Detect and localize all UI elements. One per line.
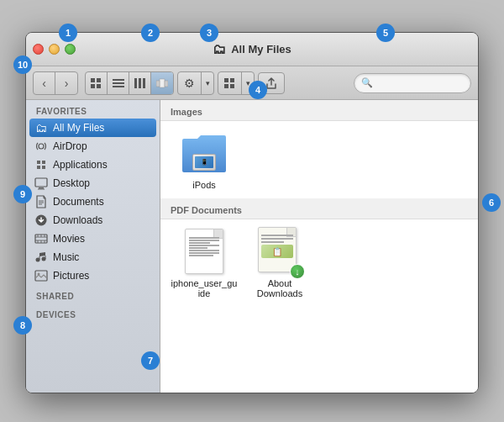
back-button[interactable]: ‹	[34, 72, 55, 94]
callout-1: 1	[59, 24, 77, 42]
airdrop-icon	[34, 140, 48, 153]
all-my-files-label: All My Files	[53, 122, 104, 134]
documents-label: Documents	[53, 196, 104, 208]
favorites-label: FAVORITES	[26, 100, 160, 119]
svg-rect-18	[35, 178, 47, 187]
svg-rect-11	[156, 81, 160, 87]
movies-icon	[34, 232, 48, 245]
about-downloads-label: About Downloads	[246, 278, 313, 298]
svg-rect-5	[113, 82, 124, 84]
ipods-folder-icon: 📱	[181, 129, 228, 177]
callout-4: 4	[249, 81, 267, 99]
svg-rect-0	[91, 78, 95, 82]
traffic-lights	[33, 44, 76, 55]
pictures-icon	[34, 269, 48, 282]
svg-rect-15	[224, 84, 228, 88]
svg-rect-12	[165, 81, 168, 87]
images-grid: 📱 iPods	[160, 121, 478, 198]
callout-9: 9	[13, 185, 32, 203]
window-title: 🗂 All My Files	[213, 42, 291, 57]
action-arrow-icon: ▾	[202, 72, 213, 94]
svg-rect-8	[139, 78, 141, 88]
music-label: Music	[53, 251, 79, 263]
iphone-guide-label: iphone_user_guide	[171, 278, 238, 298]
pdf-section-header: PDF Documents	[160, 198, 478, 219]
airdrop-label: AirDrop	[53, 140, 87, 152]
view-buttons	[85, 71, 174, 95]
sidebar-item-movies[interactable]: Movies	[26, 229, 160, 248]
sidebar-item-airdrop[interactable]: AirDrop	[26, 137, 160, 156]
sidebar-item-all-my-files[interactable]: 🗂 All My Files	[29, 119, 156, 137]
svg-rect-3	[97, 84, 101, 88]
coverflow-view-button[interactable]	[151, 72, 173, 94]
about-downloads-icon: 📋 ↓	[256, 228, 303, 275]
svg-rect-13	[224, 78, 228, 82]
list-view-button[interactable]	[108, 72, 129, 94]
applications-icon	[34, 158, 48, 171]
downloads-label: Downloads	[53, 214, 102, 226]
svg-rect-6	[113, 86, 124, 87]
callout-8: 8	[13, 316, 32, 335]
applications-label: Applications	[53, 159, 108, 171]
minimize-button[interactable]	[49, 44, 60, 55]
action-button[interactable]: ⚙ ▾	[177, 71, 214, 95]
action-gear-icon: ⚙	[178, 72, 202, 94]
svg-rect-9	[143, 78, 145, 88]
callout-2: 2	[141, 24, 160, 42]
pdf-grid: iphone_user_guide	[160, 219, 478, 307]
content-area: FAVORITES 🗂 All My Files AirDrop	[26, 100, 478, 393]
svg-rect-10	[160, 79, 165, 87]
svg-rect-4	[113, 79, 124, 81]
svg-rect-1	[97, 78, 101, 82]
window-title-icon: 🗂	[213, 42, 226, 57]
column-view-button[interactable]	[129, 72, 151, 94]
images-section-header: Images	[160, 100, 478, 121]
sidebar: FAVORITES 🗂 All My Files AirDrop	[26, 100, 160, 393]
callout-6: 6	[482, 193, 501, 212]
movies-label: Movies	[53, 233, 85, 245]
forward-button[interactable]: ›	[55, 72, 77, 94]
sidebar-item-downloads[interactable]: Downloads	[26, 211, 160, 229]
devices-label: DEVICES	[26, 303, 160, 322]
svg-rect-38	[35, 271, 47, 281]
svg-rect-20	[38, 189, 45, 190]
callout-3: 3	[200, 24, 218, 42]
sidebar-item-applications[interactable]: Applications	[26, 156, 160, 174]
svg-point-17	[39, 144, 44, 149]
downloads-icon	[34, 214, 48, 227]
desktop-icon	[34, 177, 48, 190]
svg-rect-7	[134, 78, 137, 88]
nav-buttons: ‹ ›	[33, 71, 78, 95]
search-icon: 🔍	[361, 77, 373, 88]
callout-10: 10	[13, 55, 32, 74]
callout-5: 5	[376, 24, 395, 42]
maximize-button[interactable]	[65, 44, 76, 55]
svg-rect-19	[39, 187, 44, 189]
file-item-ipods[interactable]: 📱 iPods	[171, 129, 238, 190]
search-box[interactable]: 🔍	[354, 73, 471, 93]
svg-rect-16	[230, 84, 234, 88]
callout-7: 7	[141, 351, 160, 370]
close-button[interactable]	[33, 44, 44, 55]
sidebar-item-desktop[interactable]: Desktop	[26, 174, 160, 193]
sidebar-item-music[interactable]: Music	[26, 248, 160, 266]
titlebar: 🗂 All My Files	[26, 33, 478, 66]
arrange-icon	[218, 72, 242, 94]
iphone-guide-icon	[181, 228, 228, 275]
svg-rect-2	[91, 84, 95, 88]
shared-label: SHARED	[26, 285, 160, 303]
main-panel: Images	[160, 100, 478, 393]
file-item-about-downloads[interactable]: 📋 ↓ About Downloads	[246, 228, 313, 298]
pictures-label: Pictures	[53, 270, 89, 282]
sidebar-item-pictures[interactable]: Pictures	[26, 266, 160, 285]
desktop-label: Desktop	[53, 177, 90, 189]
all-my-files-icon: 🗂	[34, 121, 48, 135]
music-icon	[34, 251, 48, 264]
file-item-iphone-guide[interactable]: iphone_user_guide	[171, 228, 238, 298]
search-input[interactable]	[376, 77, 464, 89]
svg-rect-14	[230, 78, 234, 82]
documents-icon	[34, 195, 48, 208]
ipods-label: iPods	[192, 180, 216, 190]
sidebar-item-documents[interactable]: Documents	[26, 193, 160, 211]
icon-view-button[interactable]	[86, 72, 108, 94]
